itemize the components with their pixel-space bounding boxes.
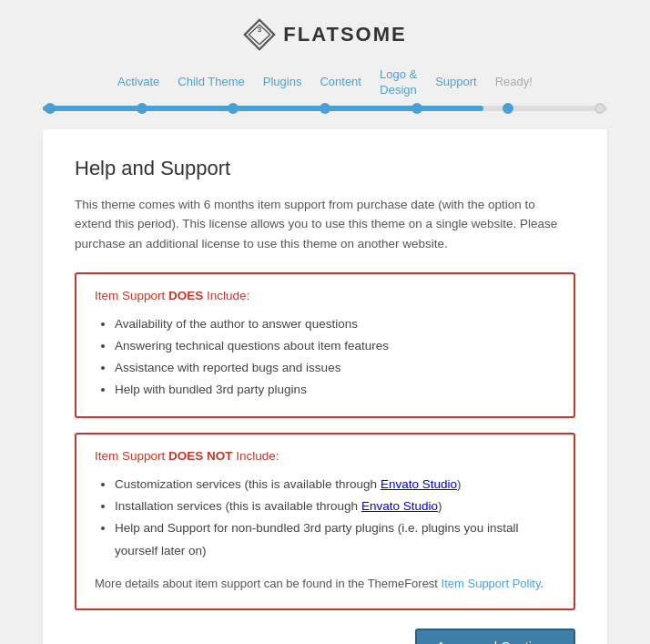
support-detail: More details about item support can be f…: [95, 575, 555, 594]
agree-continue-button[interactable]: Agree and Continue: [415, 629, 575, 644]
does-not-include-list: Customization services (this is availabl…: [95, 474, 555, 562]
logo-area: 3 FLATSOME: [243, 18, 406, 51]
svg-text:3: 3: [258, 26, 262, 34]
wizard-step-support[interactable]: Support: [426, 75, 486, 90]
does-include-title-prefix: Item Support: [95, 289, 168, 302]
wizard-step-logo-design[interactable]: Logo &Design: [371, 67, 426, 98]
list-item: Availability of the author to answer que…: [115, 313, 555, 335]
list-item: Help and Support for non-bundled 3rd par…: [115, 517, 555, 562]
list-item: Installation services (this is available…: [115, 496, 555, 517]
item-support-policy-link[interactable]: Item Support Polity: [442, 577, 541, 590]
wizard-step-content[interactable]: Content: [310, 75, 371, 90]
does-not-include-box: Item Support DOES NOT Include: Customiza…: [75, 433, 575, 610]
progress-dot-6: [503, 103, 513, 114]
does-include-highlight: DOES: [168, 289, 203, 302]
button-area: Agree and Continue: [75, 629, 575, 644]
does-not-include-prefix: Item Support: [95, 449, 168, 463]
list-item: Answering technical questions about item…: [115, 335, 555, 357]
does-include-box: Item Support DOES Include: Availability …: [75, 272, 575, 418]
wizard-step-activate[interactable]: Activate: [108, 75, 168, 90]
progress-dot-4: [320, 103, 330, 114]
wizard-step-plugins[interactable]: Plugins: [254, 75, 311, 90]
progress-dot-5: [411, 103, 422, 114]
list-item: Help with bundled 3rd party plugins: [115, 379, 555, 401]
list-item: Assistance with reported bugs and issues: [115, 357, 555, 379]
wizard-step-ready[interactable]: Ready!: [486, 75, 542, 90]
does-include-list: Availability of the author to answer que…: [95, 313, 555, 402]
progress-dots: [43, 103, 607, 114]
logo-icon: 3: [243, 18, 276, 51]
wizard-step-child-theme[interactable]: Child Theme: [168, 75, 253, 90]
main-card: Help and Support This theme comes with 6…: [43, 129, 607, 644]
envato-studio-link-1[interactable]: Envato Studio: [381, 477, 457, 491]
progress-dot-2: [137, 103, 147, 114]
does-include-title: Item Support DOES Include:: [95, 289, 555, 302]
intro-text: This theme comes with 6 months item supp…: [75, 195, 575, 254]
progress-dot-1: [45, 103, 56, 114]
logo-text: FLATSOME: [283, 23, 406, 46]
list-item: Customization services (this is availabl…: [115, 474, 555, 496]
progress-dot-3: [228, 103, 239, 114]
envato-studio-link-2[interactable]: Envato Studio: [361, 499, 438, 513]
does-not-include-suffix: Include:: [233, 449, 279, 463]
progress-dot-7: [594, 103, 605, 114]
card-title: Help and Support: [75, 157, 575, 180]
does-not-include-title: Item Support DOES NOT Include:: [95, 449, 555, 463]
progress-track: [43, 106, 607, 111]
does-not-include-highlight: DOES NOT: [168, 449, 233, 463]
does-include-title-suffix: Include:: [203, 289, 249, 302]
wizard-nav: Activate Child Theme Plugins Content Log…: [43, 67, 607, 98]
